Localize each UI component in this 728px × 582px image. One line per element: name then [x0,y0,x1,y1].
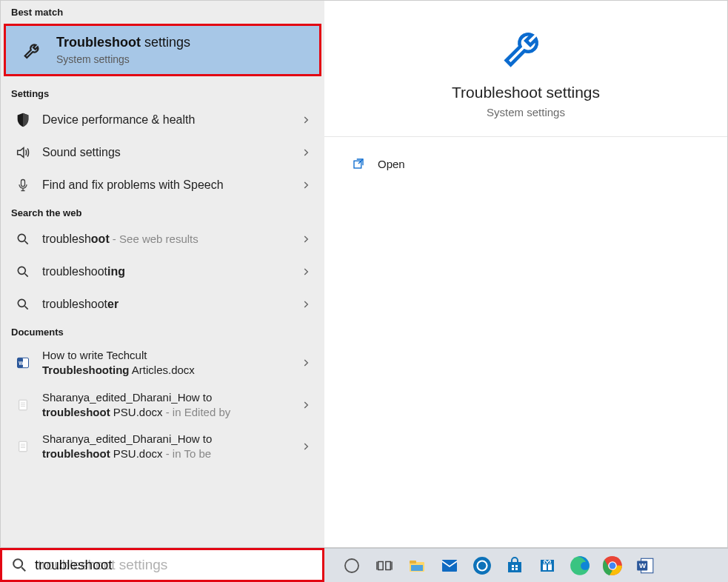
settings-item-sound[interactable]: Sound settings [1,136,324,169]
web-item-troubleshooter[interactable]: troubleshooter [1,288,324,321]
svg-rect-36 [512,568,514,570]
web-item-prefix: troubleshoot [42,298,107,310]
preview-subtitle: System settings [487,106,565,118]
open-action[interactable]: Open [351,152,720,175]
store-icon[interactable] [501,552,529,580]
cortana-icon[interactable] [338,552,366,580]
document-item[interactable]: Sharanya_edited_Dharani_How to troublesh… [1,426,324,468]
chevron-right-icon [301,147,315,158]
wrench-icon [500,21,552,73]
doc-post: PSU.docx [110,447,163,460]
svg-point-45 [610,562,616,569]
doc-line1: Sharanya_edited_Dharani_How to [42,432,212,445]
svg-point-32 [478,561,487,569]
svg-rect-0 [21,180,25,187]
wrench-icon [21,38,46,63]
document-item[interactable]: Sharanya_edited_Dharani_How to troublesh… [1,384,324,427]
search-input[interactable] [35,557,313,573]
chevron-right-icon [301,234,315,244]
doc-meta: - in To be [163,447,212,460]
open-icon [351,156,366,171]
preview-hero: Troubleshoot settings System settings [324,1,727,137]
web-item-troubleshoot[interactable]: troubleshoot - See web results [1,223,324,255]
edge-icon[interactable] [566,552,594,580]
word-icon[interactable]: W [631,552,659,580]
chevron-right-icon [301,441,315,452]
settings-header: Settings [1,82,324,104]
taskbar: W [324,548,728,582]
svg-line-20 [21,567,25,571]
web-item-prefix: troubleshoot [42,265,107,278]
svg-rect-27 [410,561,416,563]
settings-item-device-performance[interactable]: Device performance & health [1,104,324,136]
search-icon [14,230,32,248]
svg-point-5 [18,299,25,307]
best-match-header: Best match [1,1,324,22]
documents-header: Documents [1,321,324,342]
settings-item-label: Sound settings [42,144,301,161]
svg-text:W: W [19,361,24,366]
svg-rect-37 [515,568,518,570]
chevron-right-icon [301,358,315,368]
doc-meta: - in Edited by [163,406,231,418]
settings-item-label: Find and fix problems with Speech [42,177,301,193]
svg-line-6 [25,307,28,310]
svg-line-2 [25,241,28,244]
svg-point-21 [345,559,358,572]
web-item-suffix: - See web results [110,233,198,245]
document-item[interactable]: W How to write Techcult Troubleshooting … [1,342,324,384]
doc-bold: Troubleshooting [42,364,130,376]
microphone-icon [14,176,32,194]
web-item-prefix: troublesh [42,233,91,245]
svg-rect-34 [512,565,514,567]
doc-icon [14,396,32,414]
preview-pane: Troubleshoot settings System settings Op… [324,1,727,547]
best-match-item[interactable]: Troubleshoot settings System settings [4,24,321,76]
mail-icon[interactable] [435,552,464,580]
doc-line1: How to write Techcult [42,349,147,361]
doc-line1: Sharanya_edited_Dharani_How to [42,391,212,404]
best-match-text: Troubleshoot settings System settings [56,35,190,65]
doc-bold: troubleshoot [42,406,110,418]
preview-actions: Open [324,137,727,183]
search-icon [11,557,27,573]
web-item-bold: er [107,298,118,310]
svg-rect-29 [442,560,457,572]
svg-text:W: W [639,561,647,569]
svg-line-4 [25,274,28,277]
svg-rect-10 [19,400,27,410]
chrome-icon[interactable] [598,552,627,580]
gift-icon[interactable] [533,552,561,580]
search-box[interactable]: troubleshoot settings [0,548,324,582]
svg-rect-23 [386,561,390,569]
doc-bold: troubleshoot [42,447,110,460]
chevron-right-icon [301,299,315,310]
svg-rect-33 [508,562,521,572]
dell-icon[interactable] [468,552,496,580]
web-item-bold: ing [107,265,125,278]
svg-point-3 [18,267,25,274]
svg-point-19 [13,559,22,568]
svg-rect-14 [19,442,27,452]
file-explorer-icon[interactable] [403,552,431,580]
doc-post: PSU.docx [110,406,163,418]
svg-rect-22 [378,561,383,569]
web-item-troubleshooting[interactable]: troubleshooting [1,255,324,288]
chevron-right-icon [301,400,315,410]
results-left-pane: Best match Troubleshoot settings System … [1,1,324,547]
chevron-right-icon [301,267,315,277]
chevron-right-icon [301,180,315,190]
shield-icon [14,111,32,129]
svg-rect-35 [515,565,518,567]
word-doc-icon: W [14,354,32,372]
best-match-title-bold: Troubleshoot [56,35,141,50]
svg-point-1 [18,234,25,241]
search-icon [14,295,32,313]
search-icon [14,263,32,281]
settings-item-speech[interactable]: Find and fix problems with Speech [1,169,324,201]
doc-icon [14,438,32,455]
speaker-icon [14,144,32,161]
svg-rect-28 [411,565,423,571]
task-view-icon[interactable] [370,552,398,580]
best-match-title-rest: settings [141,35,190,50]
